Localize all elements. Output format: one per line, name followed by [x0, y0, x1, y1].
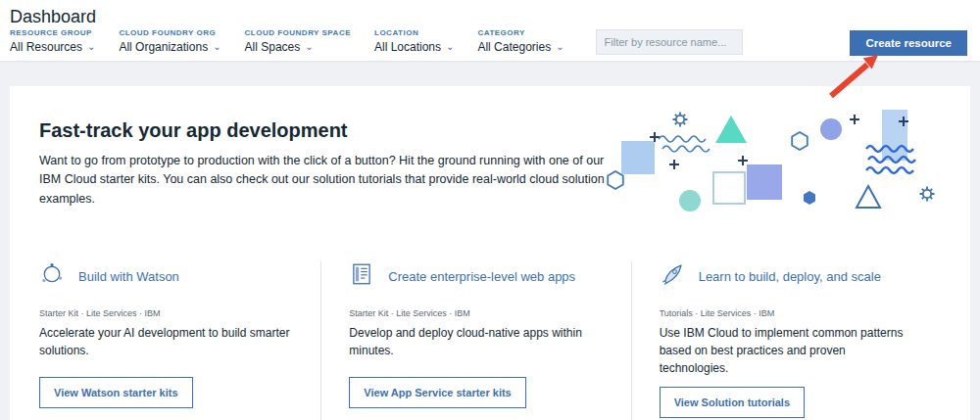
filter-value: All Categories [477, 40, 551, 54]
watson-icon [39, 261, 65, 291]
view-app-service-starter-kits-button[interactable]: View App Service starter kits [349, 377, 525, 408]
card-meta: Tutorials · Lite Services · IBM [660, 308, 913, 318]
card-title: Build with Watson [78, 269, 179, 284]
card-learn-build-deploy-scale: Learn to build, deploy, and scale Tutori… [631, 261, 941, 420]
chevron-down-icon: ⌄ [87, 43, 95, 51]
filter-location[interactable]: LOCATION All Locations ⌄ [374, 28, 454, 54]
filter-value: All Locations [374, 40, 441, 54]
chevron-down-icon: ⌄ [556, 43, 564, 51]
card-title: Create enterprise-level web apps [388, 269, 575, 284]
filter-value: All Resources [10, 40, 82, 54]
chevron-down-icon: ⌄ [213, 43, 220, 51]
annotation-arrow-icon [819, 49, 888, 104]
decorative-shapes-illustration [604, 104, 956, 226]
filter-value: All Organizations [119, 40, 208, 54]
filter-label: LOCATION [374, 28, 454, 37]
filter-cloud-foundry-space[interactable]: CLOUD FOUNDRY SPACE All Spaces ⌄ [245, 28, 351, 54]
card-description: Develop and deploy cloud-native apps wit… [349, 324, 603, 367]
view-solution-tutorials-button[interactable]: View Solution tutorials [660, 387, 805, 418]
filter-label: CATEGORY [477, 28, 564, 37]
filter-bar: RESOURCE GROUP All Resources ⌄ CLOUD FOU… [10, 28, 743, 55]
filter-label: CLOUD FOUNDRY SPACE [245, 28, 351, 37]
chevron-down-icon: ⌄ [446, 43, 454, 51]
starter-columns: Build with Watson Starter Kit · Lite Ser… [39, 261, 941, 420]
card-meta: Starter Kit · Lite Services · IBM [39, 308, 293, 318]
filter-label: CLOUD FOUNDRY ORG [119, 28, 220, 37]
card-title: Learn to build, deploy, and scale [699, 269, 881, 284]
hero-card: Fast-track your app development Want to … [10, 86, 970, 420]
card-description: Use IBM Cloud to implement common patter… [660, 324, 913, 377]
filter-label: RESOURCE GROUP [10, 28, 95, 37]
filter-cloud-foundry-org[interactable]: CLOUD FOUNDRY ORG All Organizations ⌄ [119, 28, 220, 54]
resource-name-filter-input[interactable] [596, 29, 743, 55]
filter-category[interactable]: CATEGORY All Categories ⌄ [477, 28, 564, 54]
rocket-icon [660, 261, 685, 291]
hero-description: Want to go from prototype to production … [39, 152, 612, 209]
card-build-with-watson: Build with Watson Starter Kit · Lite Ser… [39, 261, 320, 420]
card-description: Accelerate your AI development to build … [39, 324, 293, 367]
web-app-document-icon [349, 261, 374, 291]
filter-resource-group[interactable]: RESOURCE GROUP All Resources ⌄ [10, 28, 95, 54]
chevron-down-icon: ⌄ [305, 43, 313, 51]
filter-value: All Spaces [245, 40, 301, 54]
view-watson-starter-kits-button[interactable]: View Watson starter kits [39, 377, 193, 408]
card-meta: Starter Kit · Lite Services · IBM [349, 308, 603, 318]
card-enterprise-web-apps: Create enterprise-level web apps Starter… [320, 261, 630, 420]
page-title: Dashboard [10, 7, 96, 27]
